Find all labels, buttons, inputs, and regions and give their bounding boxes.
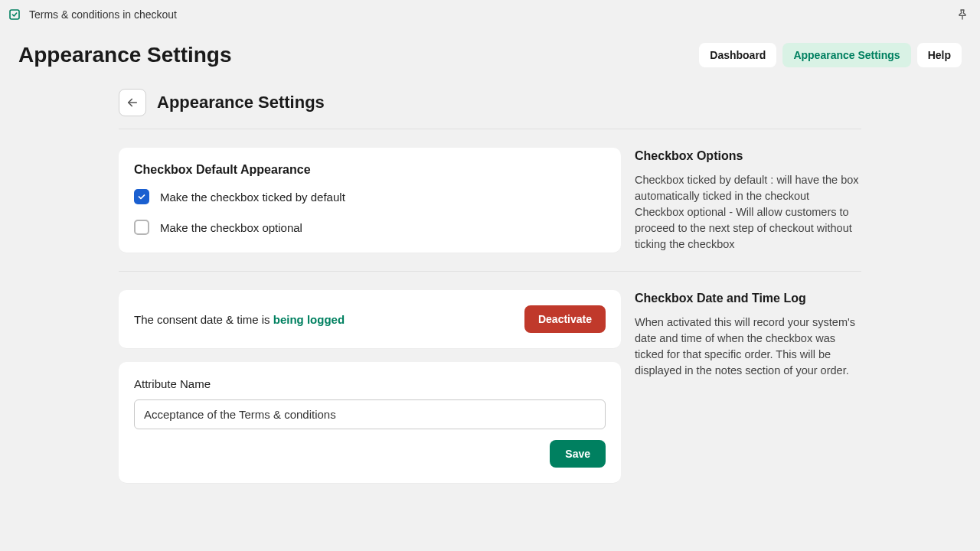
date-time-log-info: Checkbox Date and Time Log When activate… (635, 290, 861, 483)
checkbox-option-optional[interactable]: Make the checkbox optional (134, 220, 606, 235)
tab-appearance-settings[interactable]: Appearance Settings (782, 43, 910, 67)
section-date-time-log: The consent date & time is being logged … (119, 290, 861, 483)
top-bar-left: Terms & conditions in checkout (8, 8, 177, 21)
page-header: Appearance Settings Dashboard Appearance… (0, 29, 980, 89)
back-button[interactable] (119, 89, 146, 116)
page-content: Appearance Settings Checkbox Default App… (0, 89, 980, 501)
sub-header: Appearance Settings (119, 89, 861, 129)
checkbox-appearance-card: Checkbox Default Appearance Make the che… (119, 148, 621, 253)
card-title: Checkbox Default Appearance (134, 163, 606, 177)
attribute-name-label: Attribute Name (134, 377, 606, 390)
attribute-name-input[interactable] (134, 399, 606, 429)
attribute-name-card: Attribute Name Save (119, 362, 621, 483)
content-inner: Appearance Settings Checkbox Default App… (119, 89, 861, 501)
sub-header-title: Appearance Settings (157, 93, 325, 112)
arrow-left-icon (126, 96, 139, 109)
header-tabs: Dashboard Appearance Settings Help (699, 43, 962, 67)
consent-row: The consent date & time is being logged … (134, 305, 606, 333)
card-actions: Save (134, 440, 606, 468)
left-column: The consent date & time is being logged … (119, 290, 621, 483)
pin-icon[interactable] (954, 6, 971, 23)
app-icon (8, 8, 21, 21)
top-bar: Terms & conditions in checkout (0, 0, 980, 29)
save-button[interactable]: Save (550, 440, 606, 468)
info-title: Checkbox Date and Time Log (635, 292, 861, 305)
app-title: Terms & conditions in checkout (29, 8, 177, 21)
info-body: When activated this will record your sys… (635, 315, 861, 379)
page-title: Appearance Settings (18, 43, 232, 67)
consent-text-prefix: The consent date & time is (134, 313, 273, 326)
deactivate-button[interactable]: Deactivate (524, 305, 606, 333)
checkbox-option-ticked-default[interactable]: Make the checkbox ticked by default (134, 189, 606, 204)
checkbox-options-info: Checkbox Options Checkbox ticked by defa… (635, 148, 861, 253)
tab-help[interactable]: Help (917, 43, 962, 67)
section-divider (119, 271, 861, 272)
info-title: Checkbox Options (635, 149, 861, 163)
section-checkbox-appearance: Checkbox Default Appearance Make the che… (119, 148, 861, 253)
consent-status-text: The consent date & time is being logged (134, 313, 345, 326)
checkbox-input-ticked-default[interactable] (134, 189, 149, 204)
checkbox-label: Make the checkbox optional (160, 221, 302, 234)
checkbox-label: Make the checkbox ticked by default (160, 191, 345, 204)
consent-text-status: being logged (273, 313, 345, 326)
tab-dashboard[interactable]: Dashboard (699, 43, 776, 67)
check-icon (137, 192, 146, 201)
checkbox-input-optional[interactable] (134, 220, 149, 235)
consent-log-card: The consent date & time is being logged … (119, 290, 621, 348)
info-body: Checkbox ticked by default : will have t… (635, 172, 861, 253)
